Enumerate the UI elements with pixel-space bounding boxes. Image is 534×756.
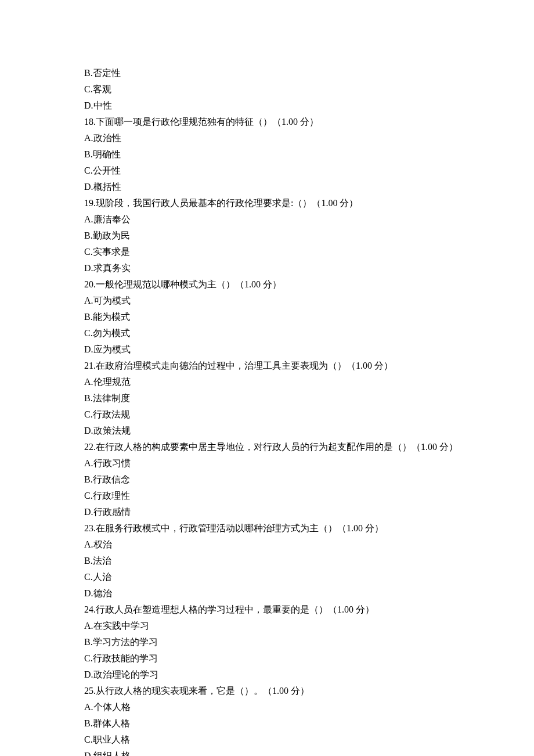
text-line: B.学习方法的学习: [84, 634, 450, 650]
text-line: 18.下面哪一项是行政伦理规范独有的特征（）（1.00 分）: [84, 114, 450, 130]
text-line: D.政策法规: [84, 423, 450, 439]
text-line: D.概括性: [84, 179, 450, 195]
text-line: A.伦理规范: [84, 374, 450, 390]
text-line: A.可为模式: [84, 293, 450, 309]
text-line: A.行政习惯: [84, 455, 450, 471]
text-line: C.勿为模式: [84, 325, 450, 341]
text-line: C.公开性: [84, 163, 450, 179]
text-line: 22.在行政人格的构成要素中居主导地位，对行政人员的行为起支配作用的是（）（1.…: [84, 439, 450, 455]
text-line: C.人治: [84, 569, 450, 585]
text-line: B.法治: [84, 553, 450, 569]
text-line: 20.一般伦理规范以哪种模式为主（）（1.00 分）: [84, 276, 450, 293]
text-line: D.组织人格: [84, 748, 450, 756]
text-line: B.行政信念: [84, 471, 450, 488]
text-line: 21.在政府治理模式走向德治的过程中，治理工具主要表现为（）（1.00 分）: [84, 358, 450, 374]
text-line: B.群体人格: [84, 715, 450, 732]
text-line: C.实事求是: [84, 244, 450, 260]
text-line: D.政治理论的学习: [84, 667, 450, 683]
text-line: A.权治: [84, 537, 450, 553]
text-line: 23.在服务行政模式中，行政管理活动以哪种治理方式为主（）（1.00 分）: [84, 520, 450, 537]
text-line: 24.行政人员在塑造理想人格的学习过程中，最重要的是（）（1.00 分）: [84, 602, 450, 618]
text-line: B.法律制度: [84, 390, 450, 406]
exam-question-list: B.否定性C.客观D.中性18.下面哪一项是行政伦理规范独有的特征（）（1.00…: [84, 65, 450, 756]
text-line: C.客观: [84, 81, 450, 98]
text-line: B.勤政为民: [84, 228, 450, 244]
text-line: A.廉洁奉公: [84, 211, 450, 228]
text-line: D.德治: [84, 585, 450, 602]
text-line: C.行政理性: [84, 488, 450, 504]
text-line: C.职业人格: [84, 732, 450, 748]
text-line: B.否定性: [84, 65, 450, 81]
text-line: C.行政法规: [84, 406, 450, 423]
text-line: A.政治性: [84, 130, 450, 146]
text-line: 25.从行政人格的现实表现来看，它是（）。（1.00 分）: [84, 683, 450, 699]
text-line: B.能为模式: [84, 309, 450, 325]
text-line: D.应为模式: [84, 341, 450, 358]
text-line: A.个体人格: [84, 699, 450, 715]
text-line: D.求真务实: [84, 260, 450, 276]
text-line: C.行政技能的学习: [84, 650, 450, 667]
text-line: 19.现阶段，我国行政人员最基本的行政伦理要求是:（）（1.00 分）: [84, 195, 450, 211]
text-line: D.中性: [84, 98, 450, 114]
text-line: A.在实践中学习: [84, 618, 450, 634]
text-line: B.明确性: [84, 146, 450, 163]
text-line: D.行政感情: [84, 504, 450, 520]
